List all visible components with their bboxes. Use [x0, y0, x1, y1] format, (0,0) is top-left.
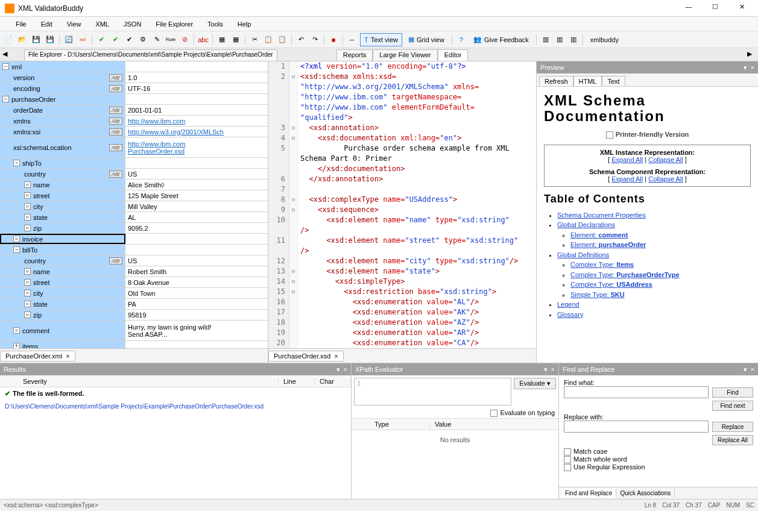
menu-json[interactable]: JSON: [120, 19, 145, 29]
toggle-icon[interactable]: =: [24, 214, 31, 221]
col-line[interactable]: Line: [279, 378, 315, 385]
grid-row[interactable]: +items: [0, 341, 268, 348]
toggle-icon[interactable]: −: [13, 160, 20, 166]
tab-large-file[interactable]: Large File Viewer: [373, 49, 437, 61]
tab-right-arrow[interactable]: ▶: [747, 50, 756, 58]
link-gd[interactable]: Global Declarations: [557, 221, 615, 228]
evaluate-button[interactable]: Evaluate ▾: [514, 378, 556, 389]
spell-icon[interactable]: abc: [197, 34, 209, 46]
link-sdp[interactable]: Schema Document Properties: [557, 211, 646, 219]
doc2-icon[interactable]: ▦: [230, 34, 242, 46]
toggle-icon[interactable]: =: [24, 268, 31, 275]
close-panel-icon[interactable]: ×: [344, 366, 347, 374]
link-gdef[interactable]: Global Definitions: [557, 251, 609, 258]
node-value[interactable]: 9095.2: [125, 225, 268, 232]
menu-help[interactable]: Help: [234, 19, 255, 29]
save-all-icon[interactable]: 💾: [44, 34, 56, 46]
expand-all-link[interactable]: Expand All: [611, 156, 643, 163]
node-value[interactable]: Robert Smith: [125, 268, 268, 275]
wellformed-icon[interactable]: ✔: [109, 34, 121, 46]
menu-xml[interactable]: XML: [92, 19, 113, 29]
tab-reports[interactable]: Reports: [336, 49, 373, 61]
pin-icon[interactable]: ▾: [544, 366, 548, 374]
doc1-icon[interactable]: ▦: [216, 34, 228, 46]
node-value[interactable]: 95819: [125, 311, 268, 319]
close-tab-icon[interactable]: ×: [66, 352, 69, 360]
feedback-button[interactable]: 👥Give Feedback: [469, 33, 533, 46]
grid-row[interactable]: =commentHurry, my lawn is going wild!Sen…: [0, 321, 268, 341]
link-ct-pot[interactable]: Complex Type: PurchaseOrderType: [570, 271, 680, 278]
grid-row[interactable]: =invoice: [0, 234, 268, 245]
code-text[interactable]: <?xml version="1.0" encoding="utf-8"?><x…: [298, 61, 536, 348]
link-e-comment[interactable]: Element: comment: [570, 231, 628, 239]
grid-row[interactable]: =cityMill Valley: [0, 201, 268, 212]
grid-view-button[interactable]: ▦Grid view: [404, 33, 449, 46]
grid-row[interactable]: orderDateAttr2001-01-01: [0, 105, 268, 116]
link-e-po[interactable]: Element: purchaseOrder: [570, 241, 646, 248]
grid-row[interactable]: =statePA: [0, 299, 268, 310]
close-panel-icon[interactable]: ×: [751, 366, 754, 374]
replace-button[interactable]: Replace: [712, 422, 753, 432]
col-severity[interactable]: Severity: [18, 378, 279, 385]
node-value[interactable]: AL: [125, 214, 268, 221]
node-value[interactable]: Mill Valley: [125, 203, 268, 210]
grid-row[interactable]: encodingAttrUTF-16: [0, 83, 268, 94]
col-value[interactable]: Value: [430, 421, 558, 428]
cut-icon[interactable]: ✂: [248, 34, 261, 46]
pin-icon[interactable]: ▾: [336, 366, 340, 374]
find-next-button[interactable]: Find next: [712, 401, 753, 411]
save-icon[interactable]: 💾: [30, 34, 42, 46]
match-word-checkbox[interactable]: [564, 456, 571, 463]
grid-row[interactable]: xsi:schemaLocationAttrhttp://www.ibm.com…: [0, 137, 268, 158]
node-value[interactable]: UTF-16: [125, 85, 268, 92]
pencil-icon[interactable]: ✎: [151, 34, 163, 46]
preview-tab-text[interactable]: Text: [602, 76, 625, 86]
validate2-icon[interactable]: ✔: [123, 34, 135, 46]
find-button[interactable]: Find: [712, 387, 753, 398]
close-panel-icon[interactable]: ×: [751, 64, 754, 72]
link-st-sku[interactable]: Simple Type: SKU: [570, 291, 625, 298]
node-value[interactable]: US: [125, 257, 268, 264]
grid-row[interactable]: −purchaseOrder: [0, 94, 268, 105]
node-value[interactable]: PA: [125, 301, 268, 308]
grid-row[interactable]: xmlns:xsiAttrhttp://www.w3.org/2001/XMLS…: [0, 127, 268, 137]
node-value[interactable]: http://www.ibm.comPurchaseOrder.xsd: [125, 140, 268, 155]
expand-all-link2[interactable]: Expand All: [611, 175, 643, 183]
printer-checkbox[interactable]: [606, 131, 613, 139]
match-case-checkbox[interactable]: [564, 448, 571, 455]
close-button[interactable]: ✕: [734, 3, 750, 14]
app1-icon[interactable]: ▥: [540, 34, 552, 46]
grid-row[interactable]: −shipTo: [0, 158, 268, 169]
app3-icon[interactable]: ▥: [567, 34, 580, 46]
arrow-icon[interactable]: ↔: [346, 34, 358, 46]
menu-edit[interactable]: Edit: [37, 19, 56, 29]
preview-body[interactable]: XML Schema Documentation Printer-friendl…: [537, 87, 758, 363]
breadcrumb[interactable]: File Explorer - D:\Users\Clemens\Documen…: [24, 49, 277, 61]
grid-row[interactable]: =nameAlice Smith◊: [0, 180, 268, 190]
toggle-icon[interactable]: =: [24, 192, 31, 199]
grid-row[interactable]: =cityOld Town: [0, 288, 268, 299]
refresh-icon[interactable]: 🔄: [63, 34, 75, 46]
replace-input[interactable]: [564, 421, 709, 433]
menu-file-explorer[interactable]: File Explorer: [152, 19, 197, 29]
toggle-icon[interactable]: =: [13, 327, 20, 334]
collapse-all-link2[interactable]: Collapse All: [648, 175, 683, 183]
paste-icon[interactable]: 📋: [276, 34, 288, 46]
node-value[interactable]: http://www.ibm.com: [125, 117, 268, 125]
tab-quick-assoc[interactable]: Quick Associations: [616, 489, 675, 498]
grid-row[interactable]: =stateAL: [0, 212, 268, 223]
grid-row[interactable]: xmlnsAttrhttp://www.ibm.com: [0, 116, 268, 127]
pin-icon[interactable]: ▾: [744, 366, 747, 374]
node-value[interactable]: 2001-01-01: [125, 107, 268, 114]
toggle-icon[interactable]: −: [13, 246, 20, 253]
close-panel-icon[interactable]: ×: [551, 366, 555, 374]
regex-checkbox[interactable]: [564, 464, 571, 471]
copy-icon[interactable]: 📋: [262, 34, 274, 46]
link-ct-items[interactable]: Complex Type: Items: [570, 261, 634, 268]
collapse-all-link[interactable]: Collapse All: [648, 156, 683, 163]
node-value[interactable]: US: [125, 171, 268, 178]
preview-tab-html[interactable]: HTML: [573, 76, 602, 86]
open-folder-icon[interactable]: 📂: [16, 34, 28, 46]
xmlbuddy-link[interactable]: xmlbuddy: [586, 33, 623, 46]
col-char[interactable]: Char: [315, 378, 351, 385]
